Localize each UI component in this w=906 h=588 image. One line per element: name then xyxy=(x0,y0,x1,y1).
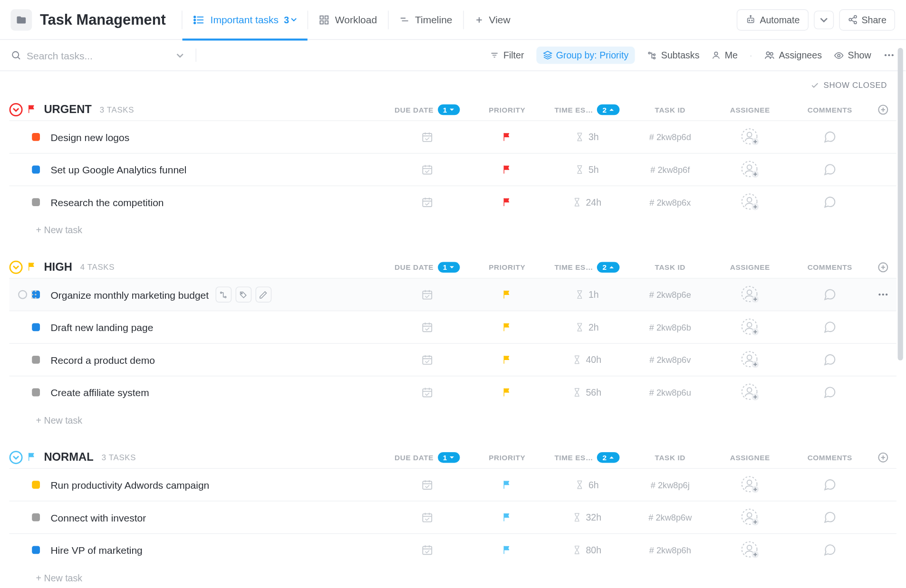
task-row[interactable]: Hire VP of marketing80h# 2kw8p6h xyxy=(10,533,896,566)
cell-due[interactable] xyxy=(384,386,471,398)
task-row[interactable]: Connect with investor32h# 2kw8p6w xyxy=(10,501,896,533)
col-comments[interactable]: COMMENTS xyxy=(790,106,870,114)
task-row[interactable]: Create affiliate system56h# 2kw8p6u xyxy=(10,376,896,408)
status-square[interactable] xyxy=(32,546,40,554)
cell-comments[interactable] xyxy=(790,163,870,176)
cell-comments[interactable] xyxy=(790,386,870,399)
subtask-action[interactable] xyxy=(215,286,231,303)
cell-due[interactable] xyxy=(384,354,471,366)
cell-assignee[interactable] xyxy=(710,475,790,494)
cell-assignee[interactable] xyxy=(710,285,790,304)
task-title[interactable]: Connect with investor xyxy=(50,512,146,523)
status-square[interactable] xyxy=(32,389,40,397)
cell-task-id[interactable]: # 2kw8p6b xyxy=(630,322,710,332)
cell-comments[interactable] xyxy=(790,511,870,524)
add-column[interactable] xyxy=(870,452,896,464)
cell-due[interactable] xyxy=(384,321,471,333)
scrollbar[interactable] xyxy=(898,40,905,386)
col-time-est[interactable]: TIME ES… 2 xyxy=(544,104,630,115)
status-square[interactable] xyxy=(32,323,40,331)
cell-priority[interactable] xyxy=(471,387,544,398)
new-task-button[interactable]: + New task xyxy=(10,566,896,586)
add-column[interactable] xyxy=(870,104,896,115)
cell-comments[interactable] xyxy=(790,321,870,334)
cell-time-est[interactable]: 32h xyxy=(544,512,630,522)
task-row[interactable]: Research the competition24h# 2kw8p6x xyxy=(10,186,896,218)
show-button[interactable]: Show xyxy=(834,50,871,60)
view-tab-timeline[interactable]: Timeline xyxy=(388,0,463,39)
col-comments[interactable]: COMMENTS xyxy=(790,263,870,271)
cell-time-est[interactable]: 24h xyxy=(544,197,630,207)
sort-badge[interactable]: 2 xyxy=(597,262,619,273)
sort-badge[interactable]: 2 xyxy=(597,452,619,463)
automate-button[interactable]: Automate xyxy=(736,9,808,30)
cell-comments[interactable] xyxy=(790,130,870,143)
col-assignee[interactable]: ASSIGNEE xyxy=(710,454,790,462)
cell-assignee[interactable] xyxy=(710,383,790,401)
col-assignee[interactable]: ASSIGNEE xyxy=(710,263,790,271)
status-circle[interactable] xyxy=(17,289,28,300)
drag-handle-icon[interactable] xyxy=(30,290,37,299)
cell-assignee[interactable] xyxy=(710,193,790,211)
status-square[interactable] xyxy=(32,166,40,174)
add-column[interactable] xyxy=(870,261,896,273)
folder-icon[interactable] xyxy=(10,9,32,30)
col-assignee[interactable]: ASSIGNEE xyxy=(710,106,790,114)
cell-time-est[interactable]: 3h xyxy=(544,132,630,142)
sort-badge[interactable]: 1 xyxy=(438,262,460,273)
cell-priority[interactable] xyxy=(471,322,544,332)
col-task-id[interactable]: TASK ID xyxy=(630,263,710,271)
task-row[interactable]: Set up Google Analytics funnel5h# 2kw8p6… xyxy=(10,153,896,186)
sort-badge[interactable]: 1 xyxy=(438,452,460,463)
collapse-toggle[interactable] xyxy=(10,261,23,274)
cell-due[interactable] xyxy=(384,196,471,208)
cell-due[interactable] xyxy=(384,512,471,523)
col-task-id[interactable]: TASK ID xyxy=(630,454,710,462)
task-row[interactable]: Run productivity Adwords campaign6h# 2kw… xyxy=(10,468,896,501)
cell-task-id[interactable]: # 2kw8p6d xyxy=(630,132,710,142)
cell-assignee[interactable] xyxy=(710,128,790,146)
task-row[interactable]: Design new logos3h# 2kw8p6d xyxy=(10,120,896,153)
cell-priority[interactable] xyxy=(471,545,544,555)
cell-task-id[interactable]: # 2kw8p6f xyxy=(630,165,710,175)
search-input[interactable] xyxy=(27,49,140,61)
cell-time-est[interactable]: 5h xyxy=(544,164,630,175)
assignees-button[interactable]: Assignees xyxy=(764,50,822,60)
cell-task-id[interactable]: # 2kw8p6v xyxy=(630,355,710,365)
col-priority[interactable]: PRIORITY xyxy=(471,263,544,271)
cell-due[interactable] xyxy=(384,289,471,301)
cell-task-id[interactable]: # 2kw8p6u xyxy=(630,388,710,398)
cell-time-est[interactable]: 2h xyxy=(544,322,630,332)
filter-button[interactable]: Filter xyxy=(490,50,524,60)
cell-due[interactable] xyxy=(384,163,471,175)
task-title[interactable]: Hire VP of marketing xyxy=(50,544,142,556)
new-task-button[interactable]: + New task xyxy=(10,218,896,238)
cell-time-est[interactable]: 1h xyxy=(544,289,630,300)
task-title[interactable]: Draft new landing page xyxy=(50,322,153,333)
collapse-toggle[interactable] xyxy=(10,451,23,464)
cell-assignee[interactable] xyxy=(710,318,790,336)
col-priority[interactable]: PRIORITY xyxy=(471,106,544,114)
task-title[interactable]: Design new logos xyxy=(50,132,129,143)
me-button[interactable]: Me xyxy=(712,50,738,60)
col-priority[interactable]: PRIORITY xyxy=(471,454,544,462)
cell-priority[interactable] xyxy=(471,479,544,490)
row-more-icon[interactable] xyxy=(877,289,889,301)
tag-action[interactable] xyxy=(235,286,251,303)
status-square[interactable] xyxy=(32,481,40,489)
task-title[interactable]: Create affiliate system xyxy=(50,387,149,398)
col-comments[interactable]: COMMENTS xyxy=(790,454,870,462)
more-menu[interactable] xyxy=(883,49,895,61)
subtasks-button[interactable]: Subtasks xyxy=(647,50,699,60)
status-square[interactable] xyxy=(32,513,40,522)
cell-time-est[interactable]: 80h xyxy=(544,545,630,555)
view-tab-important[interactable]: Important tasks 3 xyxy=(183,0,308,39)
cell-comments[interactable] xyxy=(790,196,870,209)
automate-dropdown[interactable] xyxy=(814,10,834,29)
cell-task-id[interactable]: # 2kw8p6x xyxy=(630,197,710,207)
cell-task-id[interactable]: # 2kw8p6e xyxy=(630,290,710,300)
cell-due[interactable] xyxy=(384,131,471,143)
status-square[interactable] xyxy=(32,133,40,141)
group-by-button[interactable]: Group by: Priority xyxy=(536,47,636,64)
cell-priority[interactable] xyxy=(471,354,544,365)
